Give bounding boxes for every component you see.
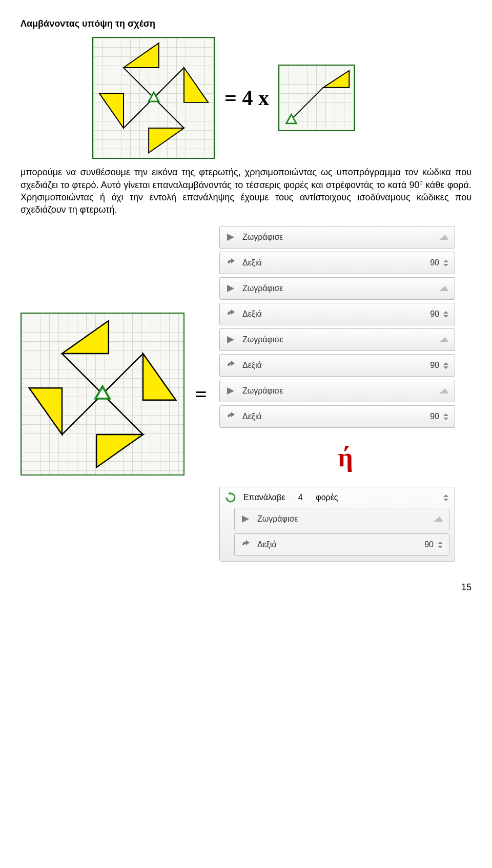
value-spinner[interactable] — [443, 308, 449, 320]
windmill-canvas-small — [92, 37, 215, 159]
cmd-value: 90 — [419, 361, 439, 370]
play-icon — [226, 386, 235, 396]
cmd-right[interactable]: Δεξιά 90 — [219, 405, 455, 428]
cmd-label: Δεξιά — [242, 258, 262, 267]
svg-line-14 — [102, 354, 143, 394]
svg-marker-26 — [439, 337, 448, 342]
page-number: 15 — [20, 582, 471, 593]
svg-marker-30 — [242, 515, 249, 523]
turn-right-icon — [226, 412, 235, 421]
svg-marker-5 — [149, 128, 184, 153]
svg-marker-1 — [124, 43, 159, 68]
code-column: Ζωγράφισε Δεξιά 90 Ζωγράφισε Δεξιά — [219, 226, 471, 562]
cmd-draw[interactable]: Ζωγράφισε — [219, 380, 455, 402]
repeat-body: Ζωγράφισε Δεξιά 90 — [225, 508, 449, 556]
paragraph-body: μπορούμε να συνθέσουμε την εικόνα της φτ… — [20, 166, 471, 216]
svg-line-16 — [102, 394, 143, 435]
cmd-right[interactable]: Δεξιά 90 — [234, 533, 449, 556]
cmd-label: Δεξιά — [242, 412, 262, 421]
equals-sign: = — [195, 382, 207, 406]
windmill-drawing — [93, 38, 214, 158]
cmd-label: Ζωγράφισε — [257, 514, 298, 524]
equals-4x: = 4 x — [224, 86, 269, 110]
svg-line-4 — [154, 98, 184, 128]
repeat-label: Επανάλαβε — [243, 493, 285, 502]
cmd-label: Δεξιά — [242, 361, 262, 370]
turn-right-icon — [226, 309, 235, 319]
svg-marker-24 — [439, 286, 448, 291]
cmd-value: 90 — [419, 258, 439, 267]
svg-marker-3 — [184, 68, 208, 102]
value-spinner[interactable] — [443, 359, 449, 371]
svg-marker-17 — [96, 435, 143, 467]
turn-right-icon — [241, 540, 250, 549]
turtle-icon — [438, 387, 449, 395]
windmill-drawing-large — [22, 314, 183, 474]
svg-line-6 — [124, 98, 154, 128]
svg-line-0 — [124, 68, 154, 98]
single-blade-canvas — [278, 65, 355, 131]
svg-marker-22 — [439, 235, 448, 240]
svg-line-18 — [62, 394, 102, 435]
svg-marker-10 — [323, 71, 350, 88]
svg-marker-31 — [434, 516, 443, 522]
cmd-label: Ζωγράφισε — [242, 284, 283, 293]
play-icon — [226, 335, 235, 344]
cmd-right[interactable]: Δεξιά 90 — [219, 303, 455, 325]
turtle-icon — [438, 234, 449, 241]
svg-marker-15 — [143, 354, 176, 400]
equation-1: = 4 x — [92, 37, 471, 159]
turtle-icon — [438, 336, 449, 343]
paragraph-body-main: μπορούμε να συνθέσουμε την εικόνα της φτ… — [20, 167, 471, 190]
svg-line-12 — [62, 354, 102, 394]
turn-right-icon — [226, 258, 235, 267]
turtle-icon — [438, 285, 449, 292]
svg-marker-21 — [227, 234, 234, 241]
svg-marker-29 — [228, 492, 231, 495]
single-blade-drawing — [279, 66, 354, 131]
value-spinner[interactable] — [438, 539, 444, 551]
cmd-value: 90 — [419, 412, 439, 421]
play-icon — [226, 233, 235, 242]
cmd-right[interactable]: Δεξιά 90 — [219, 252, 455, 274]
repeat-suffix: φορές — [316, 493, 338, 502]
svg-marker-7 — [99, 93, 124, 128]
svg-line-9 — [291, 88, 323, 119]
cmd-value: 90 — [413, 540, 434, 549]
repeat-icon — [225, 492, 236, 503]
repeat-count: 4 — [294, 493, 306, 502]
play-icon — [226, 284, 235, 293]
repeat-block[interactable]: Επανάλαβε 4 φορές Ζωγράφισε Δεξιά 90 — [219, 487, 455, 562]
svg-marker-25 — [227, 336, 234, 343]
cmd-draw[interactable]: Ζωγράφισε — [219, 226, 455, 249]
or-text: ή — [338, 443, 353, 472]
value-spinner[interactable] — [443, 491, 449, 504]
svg-line-2 — [154, 68, 184, 98]
heading-text: Λαμβάνοντας υπόψη τη σχέση — [20, 17, 471, 30]
svg-marker-19 — [29, 388, 62, 435]
svg-marker-13 — [62, 321, 109, 354]
value-spinner[interactable] — [443, 257, 449, 269]
cmd-label: Ζωγράφισε — [242, 233, 283, 242]
unrolled-commands: Ζωγράφισε Δεξιά 90 Ζωγράφισε Δεξιά — [219, 226, 455, 428]
turtle-icon — [433, 515, 444, 523]
cmd-label: Δεξιά — [257, 540, 277, 549]
cmd-value: 90 — [419, 309, 439, 319]
cmd-draw[interactable]: Ζωγράφισε — [234, 508, 449, 530]
svg-marker-23 — [227, 285, 234, 292]
svg-marker-28 — [439, 388, 448, 394]
cmd-label: Ζωγράφισε — [242, 386, 283, 396]
repeat-header: Επανάλαβε 4 φορές — [225, 491, 449, 504]
svg-marker-27 — [227, 387, 234, 395]
cmd-label: Δεξιά — [242, 309, 262, 319]
value-spinner[interactable] — [443, 410, 449, 423]
cmd-draw[interactable]: Ζωγράφισε — [219, 328, 455, 351]
cmd-right[interactable]: Δεξιά 90 — [219, 354, 455, 377]
cmd-draw[interactable]: Ζωγράφισε — [219, 277, 455, 300]
windmill-canvas-large — [20, 313, 184, 476]
equation-2: = Ζωγράφισε Δεξιά 90 Ζωγράφισε — [20, 226, 471, 562]
turn-right-icon — [226, 361, 235, 370]
cmd-label: Ζωγράφισε — [242, 335, 283, 344]
play-icon — [241, 514, 250, 524]
